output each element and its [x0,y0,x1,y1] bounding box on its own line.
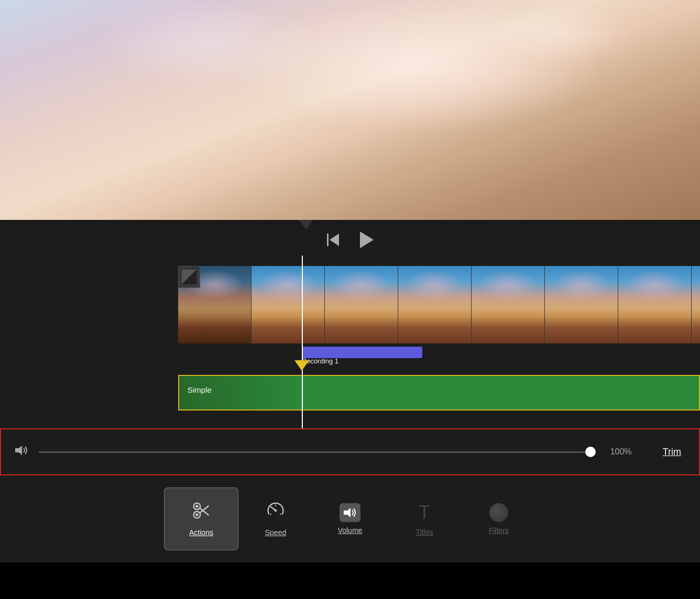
video-strip [178,266,700,343]
actions-label: Actions [189,528,213,537]
volume-slider-container[interactable] [39,451,590,453]
skip-start-button[interactable] [327,234,339,246]
bottom-toolbar: Actions Speed Volume T Ti [0,475,700,562]
volume-percentage: 100% [610,447,637,457]
video-thumbnail [398,266,472,343]
trim-button[interactable]: Trim [658,447,686,458]
speedometer-icon [266,501,285,524]
svg-point-6 [195,513,198,516]
timeline-area[interactable]: Recording 1 Simple [0,256,700,428]
play-button[interactable] [360,231,374,248]
speed-label: Speed [265,528,286,537]
recording-audio-bar [302,347,422,358]
playhead-line [302,256,303,428]
toolbar-item-speed[interactable]: Speed [238,487,313,550]
controls-bar [0,224,700,256]
toolbar-item-volume[interactable]: Volume [313,487,387,550]
volume-label: Volume [338,526,363,535]
titles-label: Titles [416,528,433,536]
toolbar-item-titles: T Titles [387,487,462,550]
svg-point-8 [275,509,277,512]
background-clip-label: Simple [188,385,212,394]
preview-area [0,0,700,220]
svg-marker-12 [344,508,351,517]
filters-icon [489,503,508,522]
video-thumbnail [545,266,618,343]
filters-label: Filters [489,526,509,535]
playhead-bottom-triangle [294,360,309,371]
volume-icon-toolbar [340,503,360,522]
volume-thumb[interactable] [585,447,596,457]
volume-track[interactable] [39,451,590,453]
background-music-strip [178,375,700,411]
toolbar-item-filters: Filters [462,487,536,550]
volume-speaker-icon [14,444,28,460]
video-thumbnail [251,266,325,343]
separator-bar [0,220,700,224]
skip-start-icon [327,234,339,246]
play-icon [360,231,374,248]
video-thumbnail [692,266,700,343]
sky-clouds [0,0,700,220]
clip-thumbnail-icon [178,266,200,288]
toolbar-item-actions[interactable]: Actions [164,487,238,550]
titles-icon: T [419,502,430,524]
video-thumbnail [472,266,545,343]
clip-icon-inner [182,270,196,284]
svg-marker-0 [15,446,22,455]
volume-panel: 100% Trim [0,428,700,475]
skip-triangle [330,234,339,246]
playhead-top-indicator [299,220,313,229]
video-thumbnail [618,266,692,343]
video-thumbnail [325,266,398,343]
svg-point-5 [195,505,198,507]
volume-track-fill [39,451,590,453]
scissors-icon [192,501,211,524]
